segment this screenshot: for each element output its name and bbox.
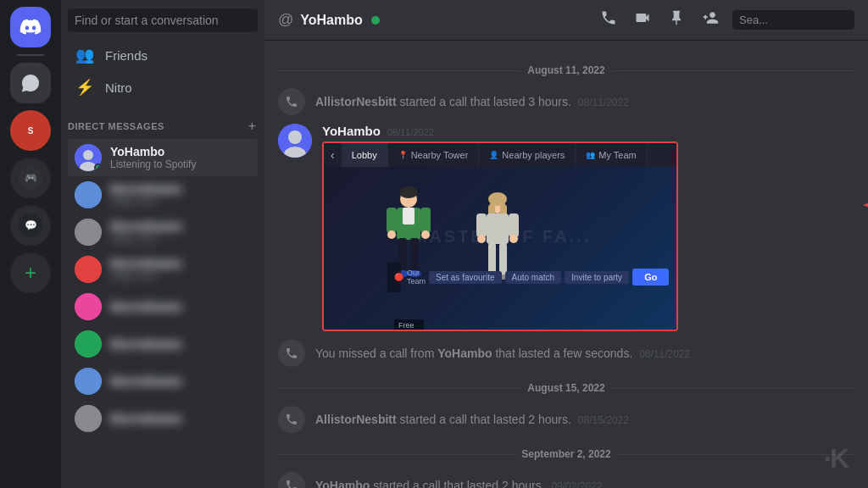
- sep-line-left-2: [278, 388, 520, 389]
- game-tab-locality: 📍 Nearby Tower: [388, 143, 480, 167]
- game-lobby-label: Lobby: [352, 150, 377, 160]
- message-yohambo-game: YoHambo 08/11/2022 ‹ Lobby: [278, 120, 854, 335]
- call-icon-allistor: [278, 88, 305, 115]
- game-tab-team: 👥 My Team: [576, 143, 647, 167]
- sep-line-left-3: [278, 454, 515, 455]
- sep-line-right-3: [618, 454, 854, 455]
- chat-search-bar[interactable]: Sea...: [732, 10, 854, 30]
- dm-item-6[interactable]: blurredname: [68, 325, 258, 363]
- dm-item-7[interactable]: blurredname: [68, 363, 258, 400]
- svg-marker-33: [863, 192, 868, 218]
- date-sep-text-sep2: September 2, 2022: [521, 448, 610, 460]
- dm-search-container: [61, 0, 264, 39]
- call-message-allistor: AllistorNesbitt started a call that last…: [278, 85, 854, 119]
- nitro-label: Nitro: [105, 80, 132, 95]
- icon-bar-separator: [17, 54, 44, 56]
- game-locality-label: Nearby Tower: [411, 150, 469, 160]
- avatar-2: [75, 181, 102, 208]
- svg-point-21: [488, 192, 507, 206]
- video-icon-button[interactable]: [631, 6, 654, 34]
- svg-point-15: [421, 230, 430, 239]
- dm-nav: 👥 Friends ⚡ Nitro: [61, 39, 264, 103]
- server-icon-3[interactable]: 💬: [10, 205, 51, 246]
- svg-text:S: S: [28, 126, 34, 136]
- dm-section-label: DIRECT MESSAGES: [68, 121, 164, 131]
- missed-call-text: You missed a call from YoHambo that last…: [315, 347, 690, 360]
- invite-button: Invite to party: [565, 271, 629, 284]
- game-nearby-label: Nearby players: [502, 150, 565, 160]
- dm-add-button[interactable]: +: [247, 117, 258, 136]
- channel-at-symbol: @: [278, 11, 293, 29]
- dm-user-info-6: blurredname: [110, 337, 251, 351]
- svg-rect-24: [487, 214, 509, 244]
- game-embed-inner: ‹ Lobby 📍 Nearby Tower 👤: [324, 143, 678, 330]
- dm-user-info-yohambo: YoHambo Listening to Spotify: [110, 145, 251, 170]
- msg-timestamp: 08/11/2022: [387, 127, 434, 137]
- svg-point-14: [387, 230, 396, 239]
- msg-avatar-yohambo: [278, 124, 312, 158]
- dm-list: YoHambo Listening to Spotify blurredname…: [61, 139, 264, 488]
- dm-item-2[interactable]: blurredname status text: [68, 176, 258, 214]
- call-text-allistor: AllistorNesbitt started a call that last…: [315, 95, 629, 108]
- dm-username: YoHambo: [110, 145, 251, 158]
- call-text-allistor-2: AllistorNesbitt started a call that last…: [315, 413, 629, 426]
- friends-label: Friends: [105, 48, 147, 63]
- game-tab-nearby: 👤 Nearby players: [479, 143, 576, 167]
- game-embed: ‹ Lobby 📍 Nearby Tower 👤: [322, 141, 678, 331]
- nav-nitro[interactable]: ⚡ Nitro: [68, 71, 258, 103]
- svg-rect-25: [476, 214, 487, 237]
- server-icon-bar: S 🎮 💬 +: [0, 0, 61, 488]
- dm-sidebar: 👥 Friends ⚡ Nitro DIRECT MESSAGES + YoHa…: [61, 0, 264, 488]
- chat-header-left: @ YoHambo: [278, 11, 380, 29]
- sep-line-left: [278, 70, 520, 71]
- server-icon-1[interactable]: S: [10, 110, 51, 151]
- svg-rect-13: [420, 208, 431, 233]
- dm-user-info-2: blurredname status text: [110, 182, 251, 208]
- sep-line-right: [612, 70, 854, 71]
- avatar-yohambo: [75, 144, 102, 171]
- chat-header-actions: Sea...: [597, 6, 854, 34]
- friends-icon: 👥: [75, 46, 95, 64]
- dm-user-info-8: blurredname: [110, 412, 251, 425]
- svg-rect-11: [403, 208, 415, 225]
- missed-call-message: You missed a call from YoHambo that last…: [278, 336, 854, 370]
- nitro-icon: ⚡: [75, 78, 95, 97]
- dm-item-yohambo[interactable]: YoHambo Listening to Spotify: [68, 139, 258, 176]
- game-top-bar: ‹ Lobby 📍 Nearby Tower 👤: [324, 143, 678, 167]
- dm-item-3[interactable]: blurredname status text: [68, 214, 258, 251]
- call-icon-yohambo: [278, 472, 305, 488]
- pin-icon-button[interactable]: [665, 6, 688, 34]
- date-separator-aug11: August 11, 2022: [278, 64, 854, 76]
- add-friend-icon-button[interactable]: [698, 6, 722, 34]
- avatar-3: [75, 219, 102, 246]
- search-input[interactable]: [68, 8, 258, 32]
- dm-item-5[interactable]: blurredname: [68, 288, 258, 325]
- dm-item-4[interactable]: blurredname status text: [68, 251, 258, 288]
- dm-user-info-7: blurredname: [110, 374, 251, 388]
- dm-user-info-5: blurredname: [110, 300, 251, 313]
- msg-username: YoHambo: [322, 124, 381, 138]
- avatar-8: [75, 405, 102, 432]
- avatar-4: [75, 256, 102, 283]
- call-icon-button[interactable]: [597, 6, 620, 34]
- sep-line-right-2: [612, 388, 854, 389]
- server-icon-2[interactable]: 🎮: [10, 158, 51, 198]
- avatar-5: [75, 293, 102, 320]
- game-bottom-bar: 🔴 Our Team Set as favourite Auto match I…: [387, 262, 401, 292]
- svg-point-6: [288, 130, 302, 144]
- date-separator-sep2: September 2, 2022: [278, 448, 854, 460]
- game-back-arrow: ‹: [324, 143, 342, 167]
- msg-header-yohambo: YoHambo 08/11/2022: [322, 124, 854, 138]
- red-arrow-indicator: [846, 188, 868, 225]
- msg-content-yohambo: YoHambo 08/11/2022 ‹ Lobby: [322, 124, 854, 331]
- go-button[interactable]: Go: [632, 269, 669, 286]
- nav-friends[interactable]: 👥 Friends: [68, 39, 258, 71]
- add-server-button[interactable]: +: [10, 252, 51, 293]
- chat-header: @ YoHambo Sea...: [264, 0, 868, 41]
- discord-logo-button[interactable]: [10, 7, 51, 47]
- team-info: 🔴 Our Team: [394, 269, 426, 286]
- dm-icon[interactable]: [10, 63, 51, 103]
- svg-rect-17: [410, 238, 419, 272]
- dm-item-8[interactable]: blurredname: [68, 400, 258, 437]
- dm-user-status: Listening to Spotify: [110, 158, 251, 170]
